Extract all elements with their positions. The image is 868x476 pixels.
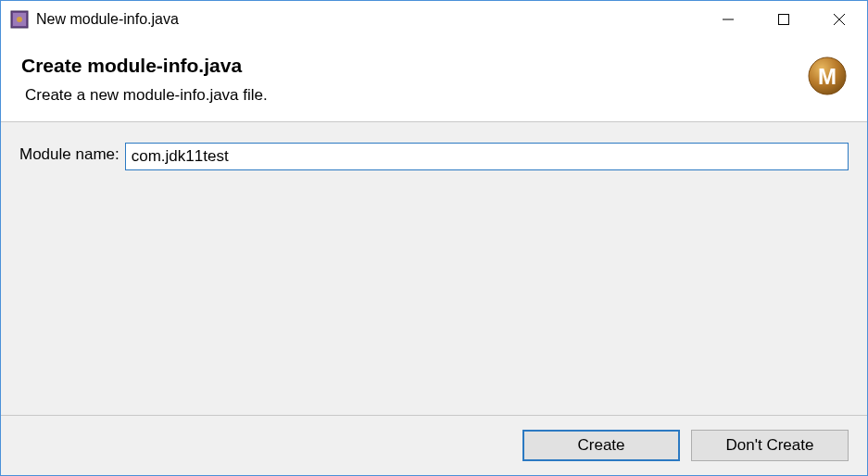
dont-create-button[interactable]: Don't Create [691,430,849,461]
badge-letter: M [818,64,837,89]
titlebar: New module-info.java [1,1,867,38]
module-badge-icon: M [808,56,847,95]
dialog-title: Create module-info.java [21,55,847,77]
svg-rect-4 [779,15,789,25]
window-title: New module-info.java [36,11,700,28]
module-name-input[interactable] [125,143,849,170]
svg-point-2 [17,17,22,22]
dialog-footer: Create Don't Create [1,416,867,475]
window-controls [700,1,867,38]
maximize-button[interactable] [756,1,811,38]
dialog-content: Module name: [1,122,867,416]
app-icon [10,10,29,29]
minimize-button[interactable] [700,1,756,38]
dialog-subtitle: Create a new module-info.java file. [21,86,847,105]
create-button[interactable]: Create [522,430,680,461]
close-button[interactable] [811,1,867,38]
dialog-window: New module-info.java Create module-info [0,0,868,476]
dialog-header: Create module-info.java Create a new mod… [1,38,867,122]
module-name-label: Module name: [19,143,120,164]
